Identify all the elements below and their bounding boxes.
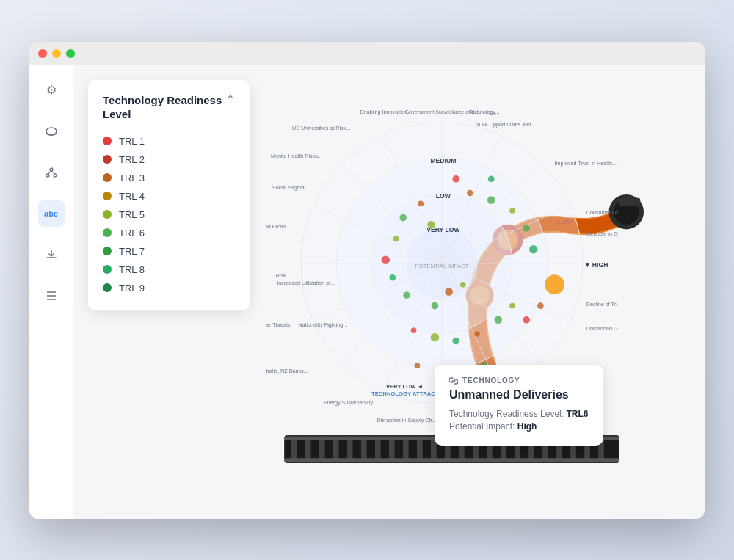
trl-label-7: TRL 7 (119, 246, 145, 257)
legend-title: Technology Readiness Level (103, 93, 226, 122)
svg-point-116 (411, 327, 417, 333)
svg-point-126 (427, 220, 435, 228)
maximize-dot[interactable] (66, 49, 75, 58)
svg-text:Consumer Loyalty: Consumer Loyalty (586, 208, 618, 215)
svg-text:Disruption in Supply Ch...: Disruption in Supply Ch... (377, 417, 436, 423)
svg-text:LOW: LOW (436, 192, 451, 199)
svg-text:Social Stigma: Social Stigma (272, 184, 305, 191)
svg-point-102 (452, 175, 459, 183)
svg-text:US Universities at Risk...: US Universities at Risk... (292, 124, 350, 131)
tooltip-type: TECHNOLOGY (449, 377, 589, 385)
svg-text:Energy Sustainability...: Energy Sustainability... (324, 399, 377, 406)
svg-point-123 (393, 236, 399, 241)
svg-point-125 (418, 200, 424, 206)
svg-text:VERY LOW ◄: VERY LOW ◄ (386, 382, 423, 389)
sidebar-gear[interactable]: ⚙ (38, 77, 65, 103)
tooltip-title: Unmanned Deliveries (449, 388, 589, 401)
sidebar-download[interactable] (38, 241, 65, 268)
svg-point-106 (523, 225, 530, 232)
close-dot[interactable] (38, 49, 47, 58)
svg-text:Nationalism and Protei...: Nationalism and Protei... (266, 223, 291, 230)
legend-header: Technology Readiness Level ⌃ (103, 93, 235, 122)
trl-item-6[interactable]: TRL 6 (103, 224, 235, 242)
svg-point-109 (537, 302, 544, 309)
svg-line-5 (51, 171, 55, 174)
trl-item-4[interactable]: TRL 4 (103, 187, 235, 206)
main-content: KUKA (73, 65, 705, 519)
trl-item-2[interactable]: TRL 2 (103, 150, 235, 169)
trl-item-7[interactable]: TRL 7 (103, 242, 235, 261)
titlebar (29, 42, 705, 65)
svg-text:Improved Trust in Health...: Improved Trust in Health... (555, 159, 617, 166)
trl-item-8[interactable]: TRL 8 (103, 261, 235, 279)
trl-dot-6 (103, 228, 112, 237)
sidebar-text[interactable]: abc (38, 200, 65, 227)
tooltip-impact: Potential Impact: High (449, 421, 589, 432)
svg-text:NDIA Opportunities and...: NDIA Opportunities and... (476, 120, 536, 127)
svg-text:Enabling Innovation...: Enabling Innovation... (360, 109, 411, 115)
svg-text:Decline of Trust in Gove...: Decline of Trust in Gove... (586, 300, 618, 307)
trl-label-5: TRL 5 (119, 209, 145, 220)
svg-text:Mental Health Risks...: Mental Health Risks... (271, 153, 322, 159)
svg-text:POTENTIAL IMPACT: POTENTIAL IMPACT (415, 262, 469, 269)
svg-point-112 (495, 316, 503, 324)
svg-point-111 (509, 302, 515, 308)
trl-label-1: TRL 1 (119, 136, 145, 147)
sidebar-layers[interactable] (38, 118, 65, 145)
sidebar-list[interactable] (38, 283, 65, 309)
svg-text:Unmanned Deliveries: Unmanned Deliveries (586, 325, 618, 332)
collapse-button[interactable]: ⌃ (226, 93, 235, 105)
svg-point-118 (445, 288, 453, 296)
svg-point-104 (487, 196, 495, 204)
content-area: ⚙ abc (29, 65, 705, 519)
svg-point-119 (460, 281, 466, 287)
svg-text:Risk...: Risk... (276, 272, 291, 279)
trl-dot-8 (103, 265, 112, 274)
svg-point-113 (474, 331, 480, 337)
svg-line-4 (48, 171, 51, 174)
svg-point-117 (432, 302, 439, 309)
svg-text:Increased Utilization of...: Increased Utilization of... (277, 279, 335, 286)
trl-label-8: TRL 8 (119, 264, 145, 275)
tooltip-card: TECHNOLOGY Unmanned Deliveries Technolog… (435, 365, 603, 446)
svg-point-131 (488, 175, 495, 182)
panel-area: Technology Readiness Level ⌃ TRL 1 TRL 2… (73, 65, 705, 519)
trl-item-9[interactable]: TRL 9 (103, 279, 235, 297)
svg-point-124 (399, 214, 407, 221)
svg-point-105 (509, 208, 515, 214)
svg-point-107 (529, 245, 538, 254)
svg-text:Technology...: Technology... (469, 109, 500, 115)
trl-label-6: TRL 6 (119, 228, 145, 239)
minimize-dot[interactable] (52, 49, 61, 58)
trl-dot-1 (103, 137, 112, 145)
svg-text:Cyber Threats: Cyber Threats (266, 321, 291, 328)
trl-dot-4 (103, 192, 112, 200)
svg-point-110 (523, 316, 530, 324)
svg-point-1 (50, 168, 53, 171)
link-icon (449, 377, 458, 385)
trl-dot-9 (103, 283, 112, 292)
trl-label-2: TRL 2 (119, 154, 145, 165)
sidebar-nodes[interactable] (38, 159, 65, 186)
trl-label-3: TRL 3 (119, 172, 145, 183)
svg-point-114 (452, 337, 459, 344)
trl-list: TRL 1 TRL 2 TRL 3 TRL 4 TRL 5 TRL 6 TRL … (103, 132, 235, 297)
svg-text:Australia, NZ Banks...: Australia, NZ Banks... (266, 367, 308, 374)
svg-point-122 (381, 255, 390, 264)
trl-item-5[interactable]: TRL 5 (103, 206, 235, 224)
svg-text:MEDIUM: MEDIUM (430, 156, 456, 164)
svg-point-115 (431, 333, 440, 342)
trl-label-4: TRL 4 (119, 191, 145, 202)
svg-point-103 (467, 189, 473, 196)
trl-label-9: TRL 9 (119, 283, 145, 294)
trl-dot-2 (103, 155, 112, 164)
chart-area: VERY LOW LOW MEDIUM ▼ HIGH POTENTIAL IMP… (258, 80, 690, 504)
svg-text:Government Surveillance and...: Government Surveillance and... (405, 109, 479, 115)
svg-point-3 (54, 174, 57, 177)
trl-item-3[interactable]: TRL 3 (103, 169, 235, 187)
svg-point-2 (46, 174, 49, 177)
tooltip-trl: Technology Readiness Level: TRL6 (449, 409, 589, 419)
trl-item-1[interactable]: TRL 1 (103, 132, 235, 150)
svg-text:Increase in Debt...: Increase in Debt... (586, 230, 618, 236)
trl-dot-7 (103, 247, 112, 255)
